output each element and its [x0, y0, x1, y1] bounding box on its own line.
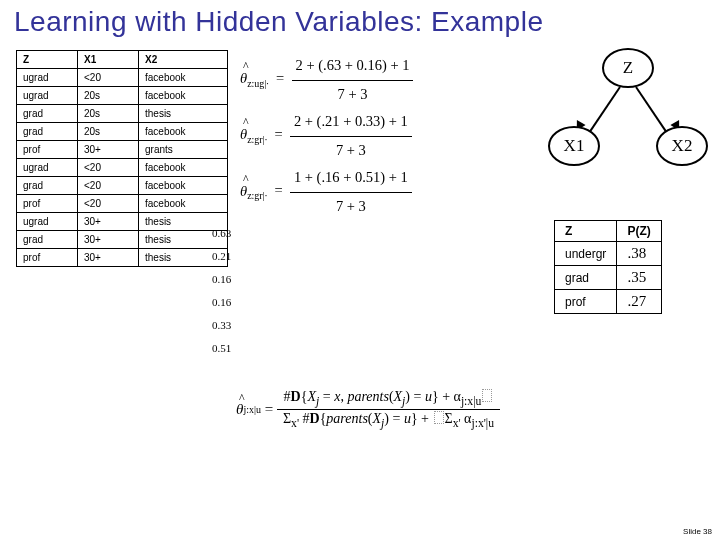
table-cell: 20s [78, 123, 139, 141]
node-z: Z [602, 48, 654, 88]
table-row: grad.35 [555, 266, 662, 290]
table-cell: facebook [139, 159, 228, 177]
table-cell: grad [17, 105, 78, 123]
table-row: undergr.38 [555, 242, 662, 266]
prior-table: Z P(Z) undergr.38grad.35prof.27 [554, 220, 662, 314]
pz-label: grad [555, 266, 617, 290]
table-row: grad20sfacebook [17, 123, 228, 141]
map-estimate-formula: θj:x|u = #D{Xj = x, parents(Xj) = u} + α… [236, 388, 500, 431]
th-z: Z [17, 51, 78, 69]
pz-value: .35 [617, 266, 661, 290]
pz-value: .27 [617, 290, 661, 314]
table-cell: facebook [139, 177, 228, 195]
table-cell: thesis [139, 105, 228, 123]
table-cell: 30+ [78, 231, 139, 249]
edge-z-x2 [635, 86, 669, 135]
prob-value: 0.16 [212, 291, 231, 314]
equation-1: θz:ug|· = 2 + (.63 + 0.16) + 17 + 3 [240, 52, 413, 108]
table-cell: facebook [139, 69, 228, 87]
table-row: ugrad30+thesis [17, 213, 228, 231]
pz-th-p: P(Z) [617, 221, 661, 242]
equation-2: θz:gr|· = 2 + (.21 + 0.33) + 17 + 3 [240, 108, 413, 164]
node-x2: X2 [656, 126, 708, 166]
th-x2: X2 [139, 51, 228, 69]
prob-value: 0.16 [212, 268, 231, 291]
th-x1: X1 [78, 51, 139, 69]
table-row: ugrad<20facebook [17, 69, 228, 87]
table-row: prof30+thesis [17, 249, 228, 267]
table-cell: <20 [78, 69, 139, 87]
table-cell: 30+ [78, 141, 139, 159]
table-cell: 30+ [78, 249, 139, 267]
prob-value: 0.21 [212, 245, 231, 268]
bayes-net-diagram: Z X1 X2 [546, 48, 706, 168]
node-x1: X1 [548, 126, 600, 166]
table-cell: prof [17, 195, 78, 213]
observations-table: Z X1 X2 ugrad<20facebookugrad20sfacebook… [16, 50, 228, 267]
prob-value: 0.51 [212, 337, 231, 360]
probability-column: 0.630.210.160.160.330.51 [212, 222, 231, 361]
pz-label: undergr [555, 242, 617, 266]
equations-block: θz:ug|· = 2 + (.63 + 0.16) + 17 + 3 θz:g… [240, 52, 413, 220]
table-cell: ugrad [17, 87, 78, 105]
table-row: grad20sthesis [17, 105, 228, 123]
pz-th-z: Z [555, 221, 617, 242]
table-cell: ugrad [17, 69, 78, 87]
table-cell: facebook [139, 123, 228, 141]
table-cell: facebook [139, 195, 228, 213]
table-row: prof30+grants [17, 141, 228, 159]
table-row: grad30+thesis [17, 231, 228, 249]
table-cell: 20s [78, 105, 139, 123]
table-cell: facebook [139, 87, 228, 105]
table-row: ugrad20sfacebook [17, 87, 228, 105]
table-cell: grad [17, 177, 78, 195]
edge-z-x1 [587, 86, 621, 135]
table-cell: grad [17, 231, 78, 249]
table-row: prof<20facebook [17, 195, 228, 213]
table-cell: ugrad [17, 159, 78, 177]
table-cell: grad [17, 123, 78, 141]
table-cell: <20 [78, 159, 139, 177]
prob-value: 0.33 [212, 314, 231, 337]
table-cell: 20s [78, 87, 139, 105]
slide-number: Slide 38 [683, 527, 712, 536]
equation-3: θz:gr|· = 1 + (.16 + 0.51) + 17 + 3 [240, 164, 413, 220]
table-cell: prof [17, 141, 78, 159]
table-row: prof.27 [555, 290, 662, 314]
pz-label: prof [555, 290, 617, 314]
table-row: grad<20facebook [17, 177, 228, 195]
table-cell: ugrad [17, 213, 78, 231]
table-cell: prof [17, 249, 78, 267]
table-row: ugrad<20facebook [17, 159, 228, 177]
table-cell: grants [139, 141, 228, 159]
table-cell: <20 [78, 177, 139, 195]
prob-value: 0.63 [212, 222, 231, 245]
table-cell: <20 [78, 195, 139, 213]
page-title: Learning with Hidden Variables: Example [14, 6, 544, 38]
pz-value: .38 [617, 242, 661, 266]
table-cell: 30+ [78, 213, 139, 231]
